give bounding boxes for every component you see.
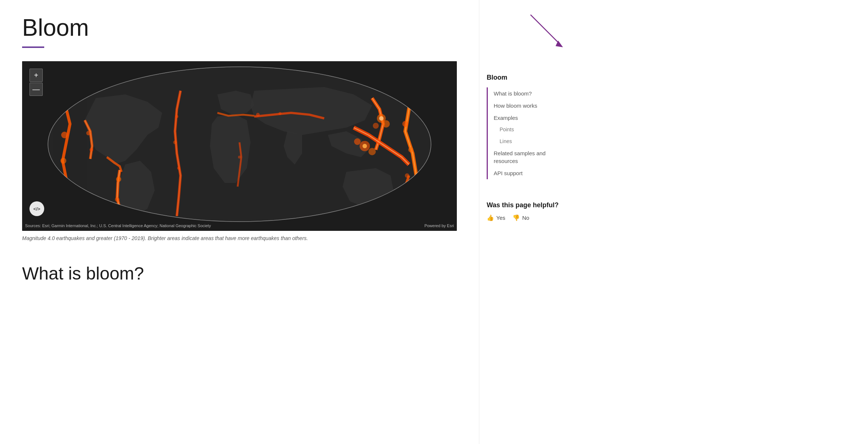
svg-point-18 bbox=[256, 113, 260, 117]
attribution-left: Sources: Esri; Garmin International, Inc… bbox=[25, 223, 211, 228]
svg-point-6 bbox=[382, 120, 390, 128]
yes-button[interactable]: 👍 Yes bbox=[487, 214, 505, 221]
svg-point-20 bbox=[238, 156, 241, 159]
svg-point-24 bbox=[61, 132, 68, 138]
sidebar-nav-item-2[interactable]: Examples bbox=[494, 112, 571, 124]
sidebar-nav-item-1[interactable]: How bloom works bbox=[494, 100, 571, 112]
title-underline bbox=[22, 46, 44, 48]
yes-label: Yes bbox=[496, 215, 505, 221]
svg-point-11 bbox=[175, 115, 178, 118]
sidebar: Bloom What is bloom? How bloom works Exa… bbox=[479, 0, 582, 444]
zoom-out-button[interactable]: — bbox=[29, 83, 43, 96]
no-label: No bbox=[522, 215, 529, 221]
map-controls: + — bbox=[29, 69, 43, 96]
zoom-in-button[interactable]: + bbox=[29, 69, 43, 82]
map-caption: Magnitude 4.0 earthquakes and greater (1… bbox=[22, 235, 391, 241]
thumbs-down-icon: 👎 bbox=[512, 214, 520, 221]
arrow-annotation bbox=[501, 7, 575, 52]
thumbs-up-icon: 👍 bbox=[487, 214, 494, 221]
sidebar-nav-item-6[interactable]: API support bbox=[494, 167, 571, 179]
svg-point-21 bbox=[402, 121, 408, 127]
svg-point-17 bbox=[115, 197, 119, 202]
svg-point-16 bbox=[116, 177, 121, 182]
map-visualization: + — </> Sources: Esri; Garmin Internatio… bbox=[22, 61, 457, 231]
sidebar-nav-item-5[interactable]: Related samples and resources bbox=[494, 147, 571, 167]
attribution-right: Powered by Esri bbox=[424, 223, 454, 228]
svg-point-5 bbox=[373, 123, 379, 129]
helpful-title: Was this page helpful? bbox=[487, 201, 571, 209]
svg-point-15 bbox=[90, 148, 93, 152]
page-title: Bloom bbox=[22, 15, 457, 41]
svg-point-9 bbox=[368, 148, 376, 155]
sidebar-nav-title: Bloom bbox=[487, 74, 571, 81]
sidebar-nav-item-0[interactable]: What is bloom? bbox=[494, 87, 571, 100]
svg-point-25 bbox=[60, 158, 66, 164]
svg-point-13 bbox=[177, 167, 180, 170]
svg-point-4 bbox=[379, 116, 384, 121]
helpful-section: Was this page helpful? 👍 Yes 👎 No bbox=[487, 201, 571, 221]
svg-point-12 bbox=[173, 141, 177, 144]
sidebar-nav-item-3[interactable]: Points bbox=[494, 124, 571, 136]
svg-point-10 bbox=[354, 138, 361, 145]
sidebar-nav: What is bloom? How bloom works Examples … bbox=[487, 87, 571, 179]
map-attribution: Sources: Esri; Garmin International, Inc… bbox=[25, 223, 454, 228]
no-button[interactable]: 👎 No bbox=[512, 214, 529, 221]
map-container: + — </> Sources: Esri; Garmin Internatio… bbox=[22, 61, 457, 231]
main-content: Bloom bbox=[0, 0, 479, 444]
section-heading: What is bloom? bbox=[22, 263, 457, 284]
svg-point-19 bbox=[279, 112, 281, 115]
helpful-buttons: 👍 Yes 👎 No bbox=[487, 214, 571, 221]
svg-line-28 bbox=[531, 15, 560, 44]
svg-point-14 bbox=[86, 131, 91, 135]
svg-point-22 bbox=[408, 147, 413, 152]
map-svg bbox=[22, 61, 457, 231]
svg-point-8 bbox=[363, 144, 367, 148]
svg-point-23 bbox=[405, 173, 409, 178]
sidebar-nav-item-4[interactable]: Lines bbox=[494, 136, 571, 148]
